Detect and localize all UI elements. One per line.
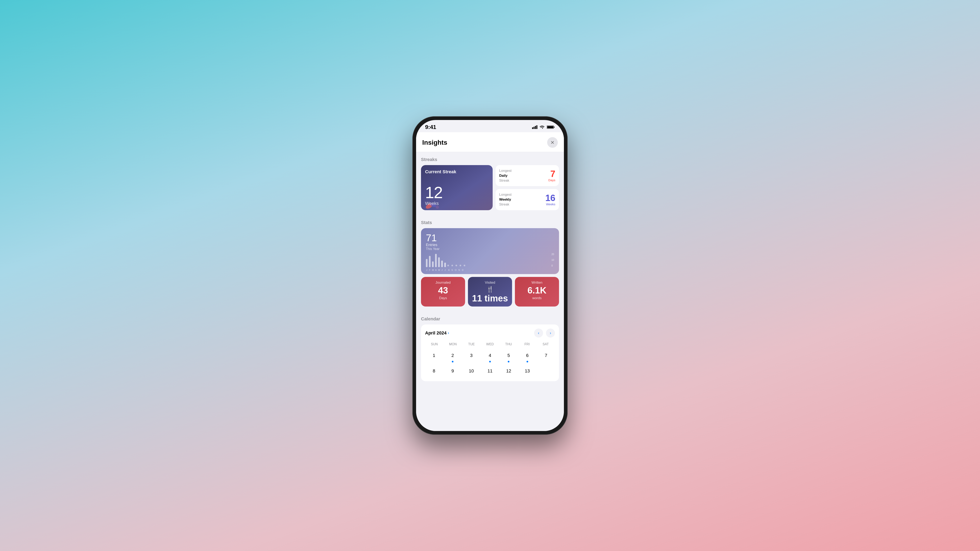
calendar-section-title: Calendar (421, 316, 559, 322)
chart-bars (426, 253, 554, 267)
calendar-day-13[interactable]: 13 (519, 365, 536, 377)
calendar-day-7[interactable]: 7 (537, 349, 555, 364)
longest-daily-number: 7 (548, 169, 555, 178)
calendar-month-chevron[interactable]: › (448, 331, 449, 335)
chart-bar-3 (432, 261, 434, 267)
battery-icon (547, 125, 555, 129)
calendar-nav: ‹ › (534, 329, 555, 338)
stat-tiles: Journaled 43 Days Visited 🍴 11 times Wri… (421, 277, 559, 306)
longest-weekly-number: 16 (545, 194, 555, 202)
calendar-day-5[interactable]: 5 (500, 349, 517, 364)
chart-dot-1 (447, 265, 449, 266)
svg-rect-2 (535, 126, 536, 129)
current-streak-card: Current Streak 12 Weeks (421, 165, 493, 210)
entries-label: Entries (426, 243, 439, 247)
month-label-remaining: A S O N D (448, 269, 463, 271)
chart-y-max: 20 (552, 253, 554, 256)
chart-dots (447, 265, 465, 266)
modal-header: Insights (416, 132, 564, 152)
weekday-sat: SAT (536, 341, 555, 347)
calendar-section: Calendar April 2024 › ‹ › (416, 311, 564, 381)
written-number: 6.1K (528, 286, 547, 295)
calendar-dot-day5 (508, 361, 509, 362)
chart-y-mid: 10 (552, 259, 554, 261)
visited-number: 11 times (472, 294, 508, 303)
longest-weekly-unit: Weeks (545, 202, 555, 206)
calendar-dot-day6 (527, 361, 528, 362)
streaks-section-title: Streaks (421, 157, 559, 162)
current-streak-unit: Weeks (425, 201, 488, 206)
calendar-day-10[interactable]: 10 (463, 365, 480, 377)
signal-icon (532, 125, 538, 129)
streak-stats-column: Longest Daily Streak 7 Days (495, 165, 559, 210)
longest-daily-value: 7 Days (548, 169, 555, 182)
chart-bar-7 (444, 263, 446, 267)
weekday-tue: TUE (462, 341, 481, 347)
chart-bar-2 (429, 256, 431, 267)
longest-weekly-value: 16 Weeks (545, 194, 555, 206)
visited-label: Visited (485, 281, 495, 285)
calendar-header: April 2024 › ‹ › (425, 329, 555, 338)
svg-rect-1 (533, 127, 535, 129)
current-streak-label: Current Streak (425, 169, 488, 175)
chart-month-labels: J F M A M J J A S O N D (426, 269, 554, 271)
longest-daily-label: Longest Daily Streak (499, 168, 512, 183)
close-button[interactable] (547, 137, 558, 148)
calendar-day-2[interactable]: 2 (444, 349, 461, 364)
written-tile: Written 6.1K words (515, 277, 559, 306)
longest-weekly-label: Longest Weekly Streak (499, 192, 512, 207)
written-label: Written (531, 281, 542, 285)
chart-bar-1 (426, 259, 428, 267)
close-icon (550, 140, 555, 144)
weekday-fri: FRI (518, 341, 536, 347)
calendar-card: April 2024 › ‹ › SUN MON TUE WED (421, 324, 559, 381)
calendar-day-11[interactable]: 11 (481, 365, 499, 377)
modal-title: Insights (422, 139, 447, 146)
phone-screen: 9:41 (416, 120, 564, 431)
calendar-weekdays: SUN MON TUE WED THU FRI SAT (425, 341, 555, 347)
weekday-sun: SUN (425, 341, 444, 347)
streaks-grid: Current Streak 12 Weeks (421, 165, 559, 210)
longest-daily-card: Longest Daily Streak 7 Days (495, 165, 559, 186)
svg-rect-5 (554, 127, 555, 128)
journaled-unit: Days (439, 296, 447, 300)
stats-section: Stats 71 Entries This Year (416, 215, 564, 306)
chart-dot-5 (464, 265, 465, 266)
calendar-day-4[interactable]: 4 (481, 349, 499, 364)
calendar-day-8[interactable]: 8 (425, 365, 443, 377)
month-label-j2: J (441, 269, 443, 271)
modal-container[interactable]: Insights Streaks Current Streak (416, 132, 564, 431)
month-label-j1: J (426, 269, 428, 271)
calendar-dot-day2 (452, 361, 453, 362)
weekday-mon: MON (444, 341, 462, 347)
calendar-next-button[interactable]: › (546, 329, 555, 338)
weekday-thu: THU (499, 341, 518, 347)
journaled-tile: Journaled 43 Days (421, 277, 465, 306)
calendar-day-9[interactable]: 9 (444, 365, 461, 377)
chart-y-labels: 20 10 0 (552, 253, 554, 267)
entries-number: 71 (426, 233, 439, 243)
calendar-day-6[interactable]: 6 (519, 349, 536, 364)
stats-section-title: Stats (421, 220, 559, 225)
calendar-day-12[interactable]: 12 (500, 365, 517, 377)
svg-rect-6 (547, 126, 553, 128)
weekday-wed: WED (481, 341, 500, 347)
calendar-day-3[interactable]: 3 (463, 349, 480, 364)
calendar-prev-button[interactable]: ‹ (534, 329, 543, 338)
status-time: 9:41 (425, 124, 436, 130)
phone: 9:41 (412, 116, 568, 435)
month-label-m2: M (438, 269, 440, 271)
chart-dot-3 (455, 265, 457, 266)
wifi-icon (539, 125, 545, 129)
month-label-a1: A (435, 269, 437, 271)
fork-knife-icon: 🍴 (487, 286, 494, 293)
journaled-number: 43 (438, 286, 448, 295)
month-label-j3: J (444, 269, 446, 271)
svg-rect-0 (532, 127, 533, 129)
current-streak-number: 12 (425, 184, 488, 201)
month-label-f: F (429, 269, 431, 271)
chart-dot-4 (460, 265, 461, 266)
calendar-day-1[interactable]: 1 (425, 349, 443, 364)
calendar-dot-day4 (489, 361, 491, 362)
calendar-days: 1 2 3 4 5 (425, 349, 555, 377)
